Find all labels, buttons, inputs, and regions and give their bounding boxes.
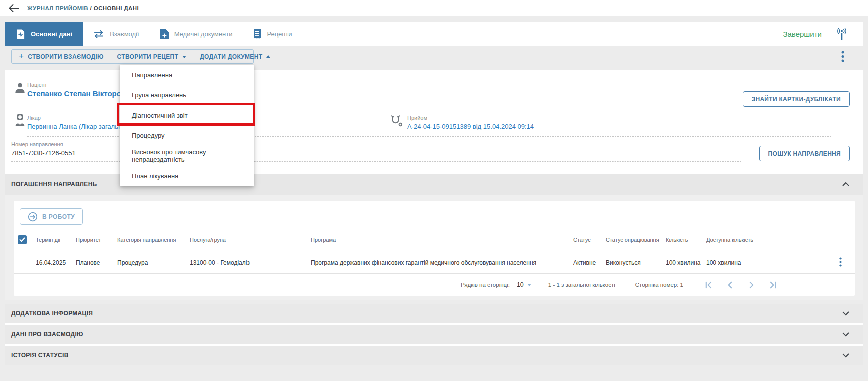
breadcrumb-separator: / (88, 5, 94, 11)
tab-label: Взаємодії (110, 30, 139, 38)
pagination-range: 1 - 1 з загальної кількості (548, 282, 615, 288)
menu-item-diagnostic-report[interactable]: Діагностичний звіт (120, 105, 254, 126)
expand-section-control[interactable] (842, 332, 850, 337)
tab-label: Основні дані (31, 30, 72, 38)
back-button[interactable] (9, 4, 19, 12)
chevron-down-icon (842, 353, 850, 358)
doctor-value-link[interactable]: Первинна Ланка (Лікар загальної п (27, 123, 133, 130)
first-page-button[interactable] (704, 281, 713, 289)
cell-quantity: 100 хвилина (666, 259, 706, 266)
breadcrumb: ЖУРНАЛ ПРИЙОМІВ / ОСНОВНІ ДАНІ (27, 5, 139, 11)
back-arrow-icon (9, 4, 19, 12)
cell-processing-status: Виконується (606, 259, 666, 266)
table-row[interactable]: 16.04.2025 Планове Процедура 13100-00 - … (14, 252, 855, 274)
menu-item-referral[interactable]: Направлення (120, 65, 254, 85)
referrals-table-card: В РОБОТУ Термін дії Пріоритет Категорія … (14, 201, 855, 296)
create-interaction-label: СТВОРИТИ ВЗАЄМОДІЮ (28, 53, 103, 60)
document-plus-icon (160, 29, 169, 39)
cell-category: Процедура (117, 259, 190, 266)
add-document-dropdown: Направлення Група направлень Діагностичн… (120, 65, 254, 186)
to-work-button[interactable]: В РОБОТУ (20, 208, 83, 225)
tab-prescriptions[interactable]: Рецепти (243, 22, 302, 46)
to-work-label: В РОБОТУ (42, 213, 75, 220)
section-title: ДОДАТКОВА ІНФОРМАЦІЯ (11, 310, 93, 317)
broadcast-antenna-icon[interactable] (835, 27, 849, 41)
actions-toolbar: + СТВОРИТИ ВЗАЄМОДІЮ СТВОРИТИ РЕЦЕПТ ДОД… (11, 49, 254, 64)
section-status-history[interactable]: ІСТОРІЯ СТАТУСІВ (5, 346, 863, 365)
col-header: Пріоритет (76, 237, 117, 243)
pagination-page-number: Сторінка номер: 1 (635, 282, 683, 288)
doctor-label: Лікар (27, 115, 41, 121)
row-kebab-menu[interactable] (839, 257, 842, 269)
plus-icon: + (19, 52, 24, 60)
col-header: Послуга/група (190, 237, 311, 243)
expand-section-control[interactable] (842, 353, 850, 358)
col-header: Доступна кількість (706, 237, 826, 243)
patient-name-link[interactable]: Степанко Степан Вікторович (27, 89, 135, 98)
select-all-checkbox[interactable] (18, 235, 27, 244)
tab-bar: Основні дані Взаємодії Медичні документи… (5, 22, 863, 46)
visit-label: Прийом (407, 115, 427, 121)
menu-item-referral-group[interactable]: Група направлень (120, 85, 254, 106)
section-title: ДАНІ ПРО ВЗАЄМОДІЮ (11, 331, 83, 338)
header-checkbox-cell (14, 235, 36, 244)
menu-item-treatment-plan[interactable]: План лікування (120, 166, 254, 187)
tab-label: Медичні документи (174, 30, 233, 38)
last-page-button[interactable] (769, 281, 777, 289)
tab-main-data[interactable]: Основні дані (5, 22, 83, 46)
finish-visit-button[interactable]: Завершити (783, 30, 822, 38)
referral-number-value: 7851-7330-7126-0551 (11, 149, 76, 157)
breadcrumb-section[interactable]: ЖУРНАЛ ПРИЙОМІВ (27, 5, 88, 11)
col-header: Статус опрацювання (606, 237, 666, 243)
table-header-row: Термін дії Пріоритет Категорія направлен… (14, 227, 855, 252)
document-pulse-icon (16, 29, 25, 39)
cell-priority: Планове (76, 259, 117, 266)
journal-visits-page: ЖУРНАЛ ПРИЙОМІВ / ОСНОВНІ ДАНІ Основні д… (0, 0, 868, 381)
search-referral-button[interactable]: ПОШУК НАПРАВЛЕННЯ (759, 146, 850, 161)
col-header: Кількість (666, 237, 706, 243)
cell-term: 16.04.2025 (36, 259, 76, 266)
referrals-section-title: ПОГАШЕННЯ НАПРАВЛЕНЬ (11, 181, 97, 188)
toolbar-kebab-menu[interactable] (841, 51, 844, 64)
swap-arrows-icon (93, 30, 104, 38)
chevron-down-icon (842, 311, 850, 316)
tab-medical-documents[interactable]: Медичні документи (150, 22, 243, 46)
cell-status: Активне (573, 259, 606, 266)
section-interaction-data[interactable]: ДАНІ ПРО ВЗАЄМОДІЮ (5, 325, 863, 344)
menu-item-procedure[interactable]: Процедуру (120, 126, 254, 146)
kebab-icon (841, 51, 844, 62)
tab-interactions[interactable]: Взаємодії (83, 22, 149, 46)
pagination-nav (704, 281, 777, 289)
col-header: Термін дії (36, 237, 76, 243)
patient-icon (14, 82, 26, 94)
cell-service: 13100-00 - Гемодіаліз (190, 259, 311, 266)
kebab-icon (839, 257, 842, 267)
visit-value-link[interactable]: A-24-04-15-09151389 від 15.04.2024 09:14 (407, 123, 534, 130)
create-interaction-button[interactable]: + СТВОРИТИ ВЗАЄМОДІЮ (19, 53, 104, 60)
chevron-down-icon (842, 332, 850, 337)
add-document-button[interactable]: ДОДАТИ ДОКУМЕНТ (200, 53, 270, 60)
previous-page-button[interactable] (726, 281, 734, 289)
stethoscope-icon (389, 115, 403, 128)
create-recipe-button[interactable]: СТВОРИТИ РЕЦЕПТ (117, 53, 187, 60)
receipt-icon (253, 29, 261, 39)
section-additional-info[interactable]: ДОДАТКОВА ІНФОРМАЦІЯ (5, 304, 863, 323)
find-duplicate-cards-button[interactable]: ЗНАЙТИ КАРТКИ-ДУБЛІКАТИ (743, 91, 850, 107)
rows-per-page-label: Рядків на сторінці: (461, 282, 510, 288)
collapsed-sections: ДОДАТКОВА ІНФОРМАЦІЯ ДАНІ ПРО ВЗАЄМОДІЮ … (5, 304, 863, 365)
doctor-icon (15, 114, 25, 126)
section-title: ІСТОРІЯ СТАТУСІВ (11, 352, 69, 359)
add-document-label: ДОДАТИ ДОКУМЕНТ (200, 53, 262, 60)
collapse-section-control[interactable] (842, 182, 850, 187)
expand-section-control[interactable] (842, 311, 850, 316)
chevron-up-icon (842, 182, 850, 187)
next-page-button[interactable] (747, 281, 756, 289)
referrals-section-content: В РОБОТУ Термін дії Пріоритет Категорія … (5, 195, 863, 300)
create-recipe-label: СТВОРИТИ РЕЦЕПТ (117, 53, 179, 60)
col-header: Статус (573, 237, 606, 243)
menu-item-temporary-incapacity[interactable]: Висновок про тимчасову непрацездатність (120, 146, 254, 166)
cell-program: Програма державних фінансових гарантій м… (311, 259, 573, 266)
chevron-down-icon[interactable] (527, 284, 531, 288)
table-pagination: Рядків на сторінці: 10 1 - 1 з загальної… (14, 274, 855, 296)
rows-per-page-value[interactable]: 10 (517, 281, 524, 288)
